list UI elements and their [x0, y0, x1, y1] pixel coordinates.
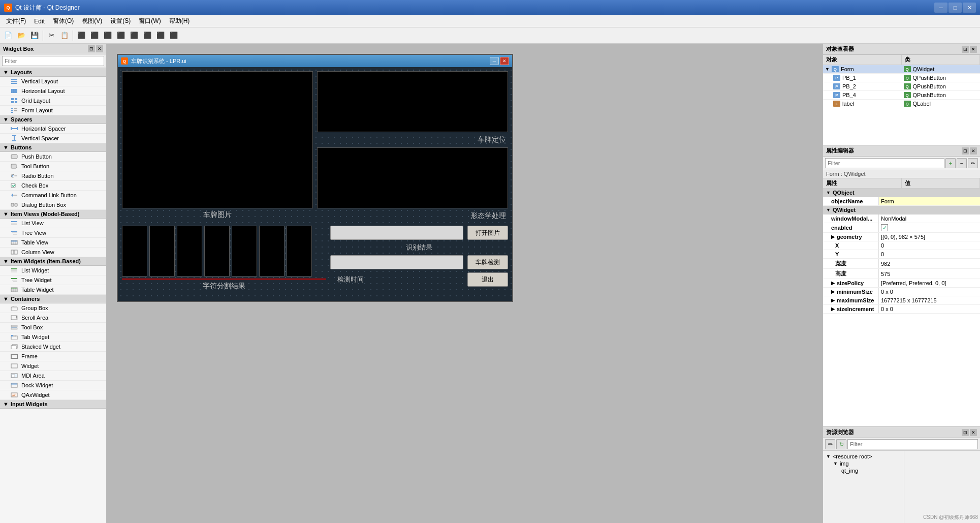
widget-scroll-area[interactable]: Scroll Area	[0, 313, 106, 323]
widget-group-box[interactable]: GB Group Box	[0, 303, 106, 313]
recognition-input[interactable]	[330, 226, 463, 240]
widget-check-box[interactable]: Check Box	[0, 181, 106, 191]
widget-horizontal-layout[interactable]: Horizontal Layout	[0, 86, 106, 96]
prop-filter-edit[interactable]: ✏	[968, 158, 978, 168]
geometry-expand[interactable]: ▶	[831, 234, 835, 239]
tb-open[interactable]: 📂	[15, 29, 27, 42]
widget-widget[interactable]: Widget	[0, 361, 106, 371]
widget-push-button[interactable]: Push Button	[0, 152, 106, 162]
widget-command-link[interactable]: Command Link Button	[0, 191, 106, 200]
res-item-root[interactable]: ▼ <resource root>	[825, 453, 902, 460]
design-content[interactable]: 车牌图片 车牌定位 形态学处理	[118, 67, 512, 301]
category-containers[interactable]: ▼ Containers	[0, 295, 106, 303]
tb-layout-v[interactable]: ⬛	[75, 29, 87, 42]
quit-button[interactable]: 退出	[467, 272, 508, 287]
enabled-checkbox[interactable]: ✓	[881, 224, 888, 231]
tb-layout-form[interactable]: ⬛	[115, 29, 127, 42]
res-filter-input[interactable]	[847, 439, 978, 449]
obj-row-pb4[interactable]: P PB_4 Q QPushButton	[823, 91, 980, 100]
widget-box-float[interactable]: ⊡	[88, 45, 95, 52]
res-item-img[interactable]: ▼ img	[825, 460, 902, 467]
tb-copy[interactable]: 📋	[58, 29, 71, 42]
sizepolicy-expand[interactable]: ▶	[831, 281, 835, 286]
widget-list-view[interactable]: List View	[0, 219, 106, 228]
prop-row-windowmodal[interactable]: windowModal... NonModal	[823, 214, 980, 223]
widget-table-widget[interactable]: Table Widget	[0, 285, 106, 295]
prop-editor-float[interactable]: ⊡	[962, 147, 969, 155]
tb-new[interactable]: 📄	[2, 29, 14, 42]
obj-inspector-float[interactable]: ⊡	[962, 46, 969, 53]
prop-value-enabled[interactable]: ✓	[879, 223, 980, 232]
widget-column-view[interactable]: Column View	[0, 248, 106, 257]
prop-row-maxsize[interactable]: ▶maximumSize 16777215 x 16777215	[823, 296, 980, 305]
category-buttons[interactable]: ▼ Buttons	[0, 143, 106, 152]
maxsize-expand[interactable]: ▶	[831, 298, 835, 303]
widget-tool-box[interactable]: Tool Box	[0, 323, 106, 332]
tb-adjust[interactable]: ⬛	[141, 29, 153, 42]
tb-layout-break[interactable]: ⬛	[128, 29, 140, 42]
widget-form-layout[interactable]: Form Layout	[0, 106, 106, 115]
widget-radio-button[interactable]: Radio Button	[0, 171, 106, 181]
prop-row-width[interactable]: 宽度 982	[823, 259, 980, 269]
tb-layout-g[interactable]: ⬛	[102, 29, 114, 42]
res-browser-float[interactable]: ⊡	[962, 429, 969, 436]
widget-tree-view[interactable]: Tree View	[0, 228, 106, 238]
widget-vertical-spacer[interactable]: Vertical Spacer	[0, 134, 106, 143]
prop-row-y[interactable]: Y 0	[823, 250, 980, 259]
prop-row-objectname[interactable]: objectName Form	[823, 197, 980, 206]
menu-file[interactable]: 文件(F)	[2, 16, 30, 26]
prop-editor-close[interactable]: ✕	[970, 147, 977, 155]
obj-row-pb1[interactable]: P PB_1 Q QPushButton	[823, 74, 980, 82]
prop-filter-input[interactable]	[825, 158, 944, 168]
tb-save[interactable]: 💾	[28, 29, 41, 42]
canvas-area[interactable]: Q 车牌识别系统 - LPR.ui ─ ✕ 车牌图片	[107, 44, 823, 523]
prop-row-minsize[interactable]: ▶minimumSize 0 x 0	[823, 288, 980, 296]
prop-row-sizeincrement[interactable]: ▶sizeIncrement 0 x 0	[823, 305, 980, 314]
widget-table-view[interactable]: Table View	[0, 238, 106, 248]
menu-form[interactable]: 窗体(O)	[49, 16, 78, 26]
widget-list-widget[interactable]: List Widget	[0, 266, 106, 275]
category-spacers[interactable]: ▼ Spacers	[0, 115, 106, 124]
obj-row-label[interactable]: L label Q QLabel	[823, 100, 980, 108]
prop-row-enabled[interactable]: enabled ✓	[823, 223, 980, 233]
widget-grid-layout[interactable]: Grid Layout	[0, 96, 106, 106]
tb-preview[interactable]: ⬛	[154, 29, 167, 42]
menu-settings[interactable]: 设置(S)	[106, 16, 135, 26]
widget-horizontal-spacer[interactable]: Horizontal Spacer	[0, 124, 106, 134]
widget-box-close[interactable]: ✕	[96, 45, 103, 52]
widget-mdi-area[interactable]: MDI Area	[0, 371, 106, 381]
widget-tab-widget[interactable]: Tab Widget	[0, 332, 106, 342]
prop-row-x[interactable]: X 0	[823, 241, 980, 250]
tb-cut[interactable]: ✂	[45, 29, 57, 42]
prop-value-objectname[interactable]: Form	[879, 197, 980, 205]
res-browser-close[interactable]: ✕	[970, 429, 977, 436]
prop-row-sizepolicy[interactable]: ▶sizePolicy [Preferred, Preferred, 0, 0]	[823, 279, 980, 288]
category-input-widgets[interactable]: ▼ Input Widgets	[0, 400, 106, 409]
sizeincrement-expand[interactable]: ▶	[831, 306, 835, 312]
menu-help[interactable]: 帮助(H)	[165, 16, 194, 26]
category-item-views[interactable]: ▼ Item Views (Model-Based)	[0, 210, 106, 219]
maximize-button[interactable]: □	[949, 3, 962, 13]
widget-vertical-layout[interactable]: Vertical Layout	[0, 77, 106, 86]
prop-filter-add[interactable]: +	[945, 158, 956, 168]
widget-tool-button[interactable]: Tool Button	[0, 162, 106, 171]
obj-inspector-close[interactable]: ✕	[970, 46, 977, 53]
tb-layout-h[interactable]: ⬛	[88, 29, 101, 42]
menu-edit[interactable]: Edit	[30, 17, 49, 26]
widget-box-filter-input[interactable]	[2, 56, 104, 66]
res-refresh-btn[interactable]: ↻	[836, 439, 846, 449]
menu-view[interactable]: 视图(V)	[78, 16, 106, 26]
category-item-widgets[interactable]: ▼ Item Widgets (Item-Based)	[0, 257, 106, 266]
plate-detect-button[interactable]: 车牌检测	[467, 255, 508, 269]
open-image-button[interactable]: 打开图片	[467, 226, 508, 240]
res-pencil-btn[interactable]: ✏	[825, 439, 835, 449]
obj-row-form[interactable]: ▼ Q Form Q QWidget	[823, 65, 980, 74]
widget-qax-widget[interactable]: AX QAxWidget	[0, 390, 106, 400]
widget-stacked-widget[interactable]: Stacked Widget	[0, 342, 106, 352]
dw-minimize[interactable]: ─	[490, 57, 499, 65]
time-input[interactable]	[330, 255, 463, 269]
category-layouts[interactable]: ▼ Layouts	[0, 68, 106, 77]
widget-tree-widget[interactable]: Tree Widget	[0, 275, 106, 285]
widget-frame[interactable]: Frame	[0, 352, 106, 361]
prop-filter-minus[interactable]: −	[957, 158, 967, 168]
